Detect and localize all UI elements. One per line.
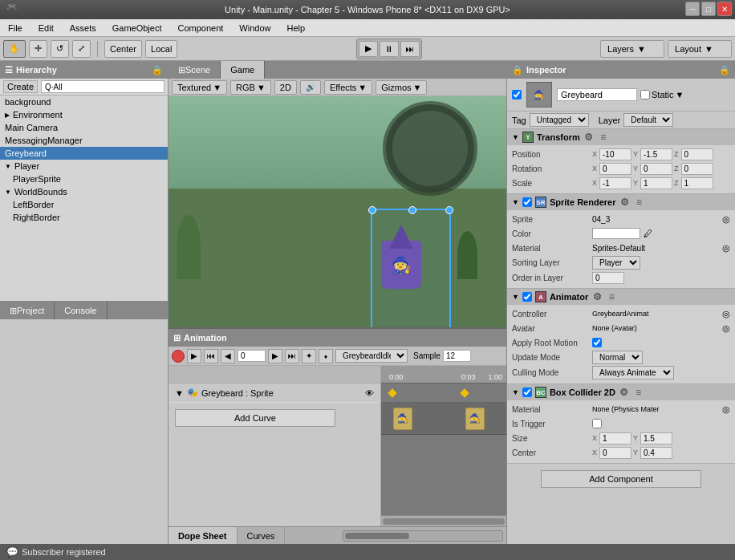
sprite-renderer-header[interactable]: ▼ SR Sprite Renderer ⚙ ≡: [507, 194, 735, 210]
center-button[interactable]: Center: [104, 40, 142, 58]
keyframe-1[interactable]: [388, 388, 396, 397]
box-collider-toggle[interactable]: [522, 388, 532, 397]
inspector-lock[interactable]: 🔒: [719, 65, 730, 75]
pos-y-input[interactable]: [640, 148, 672, 160]
anim-track-greybeard[interactable]: ▼ 🎭 Greybeard : Sprite 👁: [169, 383, 380, 403]
tag-dropdown[interactable]: Untagged: [530, 113, 589, 127]
anim-add-event[interactable]: ⬧: [319, 349, 333, 363]
controller-picker[interactable]: ◎: [722, 309, 730, 319]
layout-dropdown[interactable]: Layout ▼: [668, 40, 732, 58]
record-button[interactable]: [172, 350, 185, 363]
size-x-input[interactable]: [599, 432, 631, 444]
avatar-picker[interactable]: ◎: [722, 323, 730, 334]
anim-frame-input[interactable]: [238, 350, 266, 362]
tab-scene[interactable]: ⊞ Scene: [169, 61, 221, 79]
anim-next-frame[interactable]: ▶: [268, 349, 282, 363]
add-curve-button[interactable]: Add Curve: [175, 409, 335, 427]
handle-tr[interactable]: [445, 206, 453, 214]
create-label[interactable]: Create: [3, 80, 38, 93]
h-item-playersprite[interactable]: PlayerSprite: [0, 172, 168, 185]
effects-btn[interactable]: Effects ▼: [324, 80, 372, 95]
tab-console[interactable]: Console: [55, 302, 107, 319]
minimize-button[interactable]: ─: [685, 2, 700, 16]
h-item-leftborder[interactable]: LeftBorder: [0, 198, 168, 211]
tab-project[interactable]: ⊞ Project: [0, 302, 55, 319]
keyframe-2[interactable]: [460, 388, 469, 397]
hierarchy-search-input[interactable]: [41, 80, 164, 93]
h-item-maincamera[interactable]: Main Camera: [0, 121, 168, 134]
menu-window[interactable]: Window: [234, 22, 275, 34]
scene-view[interactable]: 🧙: [169, 96, 506, 327]
tab-dope-sheet[interactable]: Dope Sheet: [169, 527, 238, 544]
h-item-rightborder[interactable]: RightBorder: [0, 211, 168, 224]
layer-dropdown[interactable]: Default: [623, 113, 673, 127]
transform-header[interactable]: ▼ T Transform ⚙ ≡: [507, 129, 735, 145]
animator-toggle[interactable]: [522, 292, 532, 302]
anim-play-btn[interactable]: ▶: [187, 349, 201, 363]
order-input[interactable]: [592, 272, 624, 284]
anim-prev-key[interactable]: ⏮: [204, 349, 218, 363]
handle-t[interactable]: [408, 206, 416, 214]
anim-next-key[interactable]: ⏭: [285, 349, 299, 363]
pos-z-input[interactable]: [681, 148, 713, 160]
h-item-player[interactable]: ▼ Player: [0, 160, 168, 172]
tool-rotate[interactable]: ↺: [51, 40, 69, 58]
apply-root-checkbox[interactable]: [592, 338, 602, 347]
step-button[interactable]: ⏭: [400, 41, 420, 57]
material-picker[interactable]: ◎: [722, 243, 730, 254]
bc-material-picker[interactable]: ◎: [722, 404, 730, 415]
h-item-background[interactable]: background: [0, 95, 168, 108]
h-scrollbar[interactable]: [343, 530, 503, 542]
static-checkbox[interactable]: [640, 90, 650, 99]
scrollbar-thumb[interactable]: [383, 518, 505, 525]
scale-y-input[interactable]: [640, 177, 672, 189]
textured-btn[interactable]: Textured ▼: [172, 80, 227, 95]
color-eyedropper[interactable]: 🖊: [644, 229, 652, 238]
pause-button[interactable]: ⏸: [380, 41, 399, 57]
2d-btn[interactable]: 2D: [274, 80, 297, 95]
culling-dropdown[interactable]: Always Animate: [592, 366, 674, 379]
size-y-input[interactable]: [640, 432, 672, 444]
menu-gameobject[interactable]: GameObject: [108, 22, 167, 34]
rot-x-input[interactable]: [599, 163, 631, 175]
tool-hand[interactable]: ✋: [3, 40, 26, 58]
local-button[interactable]: Local: [145, 40, 177, 58]
h-item-greybeard[interactable]: Greybeard: [0, 147, 168, 160]
layers-dropdown[interactable]: Layers ▼: [600, 40, 664, 58]
scale-z-input[interactable]: [681, 177, 713, 189]
play-button[interactable]: ▶: [359, 41, 378, 57]
menu-component[interactable]: Component: [173, 22, 228, 34]
object-name-input[interactable]: [557, 88, 637, 101]
timeline-scrollbar[interactable]: [381, 515, 506, 526]
hierarchy-lock[interactable]: 🔒: [152, 65, 163, 75]
transform-settings[interactable]: ⚙: [583, 132, 595, 143]
transform-menu[interactable]: ≡: [598, 132, 609, 143]
anim-settings[interactable]: ⚙: [591, 291, 603, 302]
center-x-input[interactable]: [599, 447, 631, 459]
add-component-button[interactable]: Add Component: [541, 470, 701, 488]
h-item-messagingmanager[interactable]: MessagingManager: [0, 134, 168, 147]
bc-settings[interactable]: ⚙: [619, 387, 630, 398]
tab-game[interactable]: Game: [221, 61, 265, 79]
handle-tl[interactable]: [368, 206, 376, 214]
rot-z-input[interactable]: [681, 163, 713, 175]
pos-x-input[interactable]: [599, 148, 631, 160]
menu-edit[interactable]: Edit: [34, 22, 59, 34]
h-item-worldbounds[interactable]: ▼ WorldBounds: [0, 185, 168, 198]
timeline-track-1[interactable]: [381, 383, 506, 403]
color-picker[interactable]: [592, 228, 640, 239]
h-scrollbar-thumb[interactable]: [345, 533, 409, 539]
object-active-checkbox[interactable]: [512, 90, 522, 99]
close-button[interactable]: ✕: [717, 2, 732, 16]
anim-clip-dropdown[interactable]: GreybeardIdle: [335, 349, 408, 363]
rot-y-input[interactable]: [640, 163, 672, 175]
track-visibility[interactable]: 👁: [365, 388, 374, 398]
sprite-renderer-toggle[interactable]: [522, 197, 532, 207]
gizmos-btn[interactable]: Gizmos ▼: [376, 80, 427, 95]
menu-help[interactable]: Help: [282, 22, 310, 34]
box-collider-header[interactable]: ▼ BC Box Collider 2D ⚙ ≡: [507, 384, 735, 400]
hierarchy-header[interactable]: ☰ Hierarchy 🔒: [0, 61, 168, 79]
anim-add-key[interactable]: ✦: [302, 349, 316, 363]
sr-settings[interactable]: ⚙: [619, 197, 630, 208]
rgb-btn[interactable]: RGB ▼: [230, 80, 271, 95]
